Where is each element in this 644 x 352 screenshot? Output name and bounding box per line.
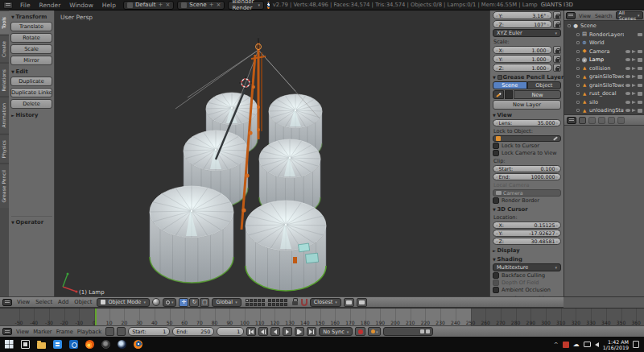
world-tab-icon[interactable]	[598, 117, 605, 124]
operator-panel-header[interactable]: Operator	[11, 216, 52, 226]
scale-x-slider[interactable]: ‹X: 1.000›	[493, 46, 552, 54]
cursor-z-slider[interactable]: ‹Z: 30.48581›	[493, 238, 561, 245]
rotation-y-slider[interactable]: ‹Y: 3.16°›	[493, 11, 552, 19]
translate-manipulator-icon[interactable]: ✛	[179, 298, 188, 307]
outliner-item-label[interactable]: grainSiloTower_vis	[589, 82, 624, 89]
selectability-toggle-icon[interactable]	[632, 50, 636, 53]
outliner-editor-icon[interactable]	[566, 12, 576, 19]
outliner-menu-item[interactable]: View	[577, 13, 592, 19]
tool-button[interactable]: Translate	[10, 22, 52, 31]
blender-icon[interactable]	[134, 340, 142, 349]
outliner-item[interactable]: grainSiloTower_vis	[564, 81, 644, 90]
scale-z-slider[interactable]: ‹Z: 1.000›	[493, 64, 552, 72]
outliner-item-label[interactable]: silo	[589, 99, 624, 106]
tool-button[interactable]: Scale	[10, 44, 52, 54]
silo-object[interactable]	[246, 201, 326, 291]
lock-icon[interactable]	[553, 20, 561, 28]
tray-expand-icon[interactable]: ^	[554, 342, 559, 348]
tool-shelf-tab[interactable]: Physics	[0, 134, 9, 164]
task-view-icon[interactable]	[21, 340, 30, 349]
checkbox-icon[interactable]	[493, 150, 499, 156]
tool-shelf-tab[interactable]: Create	[0, 35, 9, 63]
outliner-item-label[interactable]: Camera	[589, 48, 624, 55]
3d-cursor-panel-header[interactable]: 3D Cursor	[493, 206, 561, 213]
lock-icon[interactable]	[553, 46, 561, 54]
outliner-item[interactable]: grainSiloTower_decals	[564, 72, 644, 81]
tool-shelf-tab[interactable]: Relations	[0, 63, 9, 97]
preview-range-icon[interactable]	[105, 327, 114, 336]
selectability-toggle-icon[interactable]	[632, 67, 636, 70]
outliner-item[interactable]: unloadingStationSA	[564, 106, 644, 114]
rotation-mode-dropdown[interactable]: XYZ Euler	[493, 29, 561, 37]
outliner-expand-icon[interactable]	[576, 58, 580, 61]
tool-button[interactable]: Delete	[10, 99, 52, 109]
selectability-toggle-icon[interactable]	[632, 84, 636, 87]
menu-item[interactable]: Help	[98, 2, 120, 9]
outliner-expand-icon[interactable]	[576, 41, 580, 44]
visibility-toggle-icon[interactable]	[625, 75, 630, 78]
dark-app-icon[interactable]	[101, 340, 110, 349]
visibility-toggle-icon[interactable]	[625, 67, 630, 70]
lock-icon[interactable]	[553, 64, 561, 72]
visibility-toggle-icon[interactable]	[625, 58, 630, 61]
outliner-item-label[interactable]: RenderLayers	[589, 31, 624, 38]
menu-item[interactable]: Render	[35, 2, 65, 9]
tool-shelf-tab[interactable]: Animation	[0, 97, 9, 134]
timeline-menu-item[interactable]: Marker	[31, 329, 54, 335]
gp-object-tab[interactable]: Object	[527, 81, 562, 89]
pencil-icon[interactable]	[493, 90, 504, 99]
tool-button[interactable]: Duplicate	[10, 77, 52, 86]
outliner-expand-icon[interactable]	[568, 24, 571, 27]
add-scene-button[interactable]: +	[209, 2, 214, 8]
windows-start-icon[interactable]	[5, 340, 14, 349]
outliner-item[interactable]: World	[564, 39, 644, 48]
outliner-item[interactable]: RenderLayers	[564, 31, 644, 39]
outliner-item[interactable]: Camera	[564, 48, 644, 56]
lock-to-cursor-row[interactable]: Lock to Cursor	[493, 143, 561, 149]
renderability-toggle-icon[interactable]	[638, 67, 642, 71]
renderability-toggle-icon[interactable]	[638, 84, 642, 88]
lock-icon[interactable]	[553, 55, 561, 63]
menu-item[interactable]: Window	[65, 2, 97, 9]
selectability-toggle-icon[interactable]	[632, 109, 636, 112]
outliner-item[interactable]: rust_decal	[564, 89, 644, 98]
visibility-toggle-icon[interactable]	[625, 50, 630, 53]
outliner-item-label[interactable]: grainSiloTower_decals	[589, 73, 624, 80]
scene-tab-icon[interactable]	[588, 117, 596, 124]
jump-to-end-icon[interactable]	[307, 327, 316, 336]
viewport-shading-dropdown[interactable]	[152, 298, 160, 306]
volume-icon[interactable]	[595, 342, 599, 347]
opengl-render-button[interactable]	[344, 298, 354, 307]
renderability-toggle-icon[interactable]	[638, 92, 642, 96]
checkbox-icon[interactable]	[493, 197, 499, 204]
frame-lock-icon[interactable]	[117, 327, 126, 336]
selectability-toggle-icon[interactable]	[632, 75, 636, 78]
viewport-menu-item[interactable]: Object	[72, 299, 94, 305]
menu-item[interactable]: File	[16, 2, 35, 9]
next-keyframe-icon[interactable]	[295, 327, 304, 336]
renderability-toggle-icon[interactable]	[638, 33, 642, 37]
outliner-expand-icon[interactable]	[576, 50, 580, 53]
properties-editor-icon[interactable]	[567, 117, 576, 124]
shading-panel-header[interactable]: Shading	[493, 256, 561, 263]
outliner-item-label[interactable]: Scene	[580, 23, 624, 29]
opengl-render-anim-button[interactable]	[357, 298, 367, 307]
editor-type-icon[interactable]	[3, 2, 13, 9]
checkbox-icon[interactable]	[493, 143, 499, 149]
active-keying-set-field[interactable]	[383, 327, 433, 336]
scene-selector[interactable]: Scene + ×	[177, 1, 225, 10]
current-frame-playhead[interactable]	[95, 309, 97, 325]
display-panel-header[interactable]: Display	[493, 247, 561, 254]
sync-mode-dropdown[interactable]: No Sync	[319, 327, 353, 336]
cursor-x-slider[interactable]: ‹X: 0.15125›	[493, 222, 561, 229]
current-frame-field[interactable]: 1	[217, 327, 244, 336]
play-reverse-icon[interactable]	[270, 327, 280, 336]
renderability-toggle-icon[interactable]	[638, 101, 642, 105]
auto-keyframe-record-icon[interactable]	[355, 327, 365, 336]
snap-magnet-icon[interactable]	[301, 299, 308, 306]
selectability-toggle-icon[interactable]	[632, 101, 636, 104]
steam-icon[interactable]	[118, 340, 126, 349]
shading-mode-dropdown[interactable]: Multitexture	[493, 263, 561, 271]
lock-camera-to-view-row[interactable]: Lock Camera to View	[493, 150, 561, 156]
outliner-item-label[interactable]: World	[589, 39, 624, 46]
